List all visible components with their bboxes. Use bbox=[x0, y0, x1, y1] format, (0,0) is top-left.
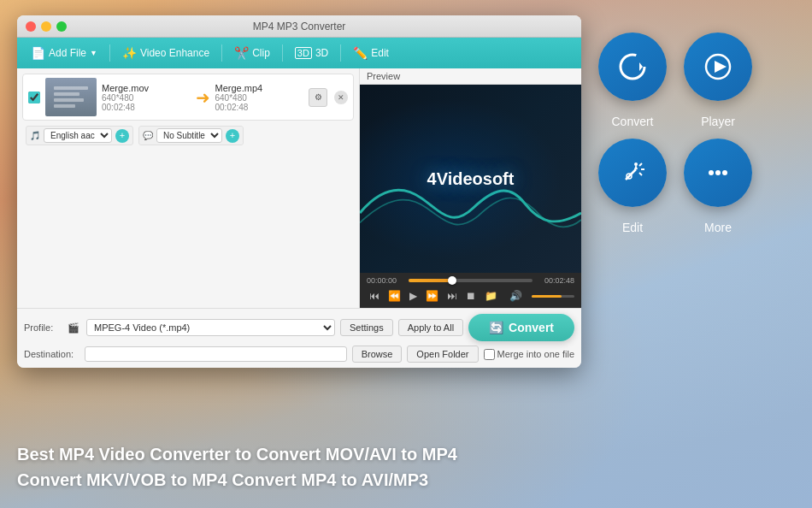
edit-circle-container: Edit bbox=[598, 139, 667, 234]
3d-icon: 3D bbox=[295, 47, 312, 59]
minimize-button[interactable] bbox=[41, 21, 51, 32]
media-controls: 🎵 English aac + 💬 No Subtitle + bbox=[22, 124, 354, 147]
player-circle-icon bbox=[703, 51, 733, 82]
add-file-icon: 📄 bbox=[31, 46, 45, 60]
skip-start-btn[interactable]: ⏮ bbox=[367, 289, 382, 303]
destination-row: Destination: Browse Open Folder Merge in… bbox=[24, 346, 574, 363]
bottom-text: Best MP4 Video Converter to Convert MOV/… bbox=[17, 441, 795, 493]
edit-circle-label: Edit bbox=[622, 221, 643, 234]
file-input-info: Merge.mov 640*480 00:02:48 bbox=[102, 83, 191, 112]
edit-circle-icon bbox=[617, 157, 648, 188]
player-circle-container: Player bbox=[684, 32, 752, 128]
audio-select[interactable]: English aac bbox=[44, 128, 112, 143]
merge-area: Merge into one file bbox=[484, 349, 575, 360]
browse-button[interactable]: Browse bbox=[352, 346, 403, 363]
bottom-text-line2: Convert MKV/VOB to MP4 Convert MP4 to AV… bbox=[17, 467, 795, 493]
prev-frame-btn[interactable]: ⏪ bbox=[385, 289, 403, 303]
more-circle-container: More bbox=[684, 139, 752, 234]
maximize-button[interactable] bbox=[56, 21, 67, 32]
subtitle-select[interactable]: No Subtitle bbox=[156, 128, 222, 143]
output-resolution: 640*480 bbox=[215, 93, 304, 103]
open-folder-button[interactable]: Open Folder bbox=[407, 346, 478, 363]
settings-button[interactable]: Settings bbox=[340, 319, 393, 336]
progress-thumb bbox=[448, 276, 456, 285]
destination-input[interactable] bbox=[85, 346, 347, 362]
player-circle-label: Player bbox=[701, 115, 735, 128]
convert-main-label: Convert bbox=[509, 321, 554, 334]
input-resolution: 640*480 bbox=[102, 93, 191, 103]
video-enhance-button[interactable]: ✨ Video Enhance bbox=[115, 43, 216, 63]
add-file-label: Add File bbox=[49, 47, 86, 59]
player-circle-button[interactable] bbox=[684, 32, 752, 101]
file-list-area: Merge.mov 640*480 00:02:48 ➜ Merge.mp4 6… bbox=[17, 68, 360, 308]
title-bar-buttons bbox=[26, 21, 67, 32]
edit-icon: ✏️ bbox=[353, 46, 368, 60]
file-close-btn[interactable]: ✕ bbox=[334, 91, 348, 104]
file-item: Merge.mov 640*480 00:02:48 ➜ Merge.mp4 6… bbox=[22, 74, 354, 121]
merge-label: Merge into one file bbox=[497, 349, 575, 359]
preview-label: Preview bbox=[360, 68, 581, 85]
svg-marker-3 bbox=[715, 61, 727, 73]
svg-point-6 bbox=[634, 162, 638, 166]
edit-label: Edit bbox=[371, 47, 389, 59]
dropdown-arrow-icon: ▼ bbox=[90, 49, 97, 57]
video-enhance-icon: ✨ bbox=[122, 46, 137, 60]
svg-marker-1 bbox=[639, 62, 643, 71]
audio-bar: 🎵 English aac + bbox=[26, 126, 133, 145]
file-thumbnail bbox=[45, 78, 97, 116]
bottom-bar: Profile: 🎬 MPEG-4 Video (*.mp4) Settings… bbox=[17, 308, 581, 368]
more-circle-icon bbox=[703, 157, 733, 188]
svg-line-8 bbox=[639, 163, 642, 166]
clip-button[interactable]: ✂️ Clip bbox=[227, 43, 277, 63]
3d-button[interactable]: 3D 3D bbox=[288, 44, 335, 62]
more-circle-label: More bbox=[704, 221, 732, 234]
skip-end-btn[interactable]: ⏭ bbox=[444, 289, 460, 303]
apply-all-button[interactable]: Apply to All bbox=[398, 319, 463, 336]
preview-video: 4Videosoft bbox=[360, 85, 581, 273]
convert-circle-button[interactable] bbox=[598, 32, 667, 101]
time-end: 00:02:48 bbox=[536, 276, 574, 285]
file-info-group: Merge.mov 640*480 00:02:48 ➜ Merge.mp4 6… bbox=[102, 83, 303, 112]
folder-btn[interactable]: 📁 bbox=[482, 289, 500, 303]
destination-label: Destination: bbox=[24, 349, 79, 359]
audio-add-btn[interactable]: + bbox=[115, 129, 129, 143]
file-checkbox[interactable] bbox=[28, 92, 40, 103]
arrow-icon: ➜ bbox=[196, 87, 210, 108]
output-duration: 00:02:48 bbox=[215, 103, 304, 112]
profile-label: Profile: bbox=[24, 322, 62, 333]
svg-point-13 bbox=[722, 170, 727, 175]
toolbar: 📄 Add File ▼ ✨ Video Enhance ✂️ Clip 3D … bbox=[17, 38, 581, 68]
toolbar-sep-2 bbox=[221, 44, 222, 62]
volume-fill bbox=[532, 295, 562, 298]
stop-btn[interactable]: ⏹ bbox=[463, 289, 479, 303]
close-button[interactable] bbox=[26, 21, 36, 32]
right-buttons: Convert Player bbox=[598, 15, 752, 251]
timeline-bar: 00:00:00 00:02:48 bbox=[367, 276, 574, 285]
play-btn[interactable]: ▶ bbox=[407, 289, 420, 303]
convert-main-button[interactable]: 🔄 Convert bbox=[468, 314, 574, 341]
preview-logo: 4Videosoft bbox=[427, 169, 515, 189]
progress-track[interactable] bbox=[409, 279, 533, 282]
file-settings-btn[interactable]: ⚙ bbox=[309, 88, 327, 107]
add-file-button[interactable]: 📄 Add File ▼ bbox=[24, 43, 104, 63]
volume-track[interactable] bbox=[532, 295, 574, 298]
time-start: 00:00:00 bbox=[367, 276, 405, 285]
preview-wave bbox=[360, 179, 581, 247]
profile-icon: 🎬 bbox=[68, 322, 79, 334]
subtitle-icon: 💬 bbox=[143, 131, 153, 140]
subtitle-add-btn[interactable]: + bbox=[226, 129, 239, 143]
next-frame-btn[interactable]: ⏩ bbox=[423, 289, 441, 303]
clip-icon: ✂️ bbox=[234, 46, 249, 60]
profile-select[interactable]: MPEG-4 Video (*.mp4) bbox=[86, 319, 335, 336]
app-window: MP4 MP3 Converter 📄 Add File ▼ ✨ Video E… bbox=[17, 15, 581, 368]
more-circle-button[interactable] bbox=[684, 139, 752, 207]
file-actions: ⚙ bbox=[309, 88, 327, 107]
toolbar-sep-4 bbox=[340, 44, 341, 62]
convert-icon: 🔄 bbox=[489, 321, 503, 334]
title-bar: MP4 MP3 Converter bbox=[17, 15, 581, 38]
edit-button[interactable]: ✏️ Edit bbox=[346, 43, 396, 63]
edit-circle-button[interactable] bbox=[598, 139, 667, 207]
merge-checkbox[interactable] bbox=[484, 349, 495, 360]
svg-point-12 bbox=[715, 170, 721, 175]
bottom-text-line1: Best MP4 Video Converter to Convert MOV/… bbox=[17, 441, 795, 467]
